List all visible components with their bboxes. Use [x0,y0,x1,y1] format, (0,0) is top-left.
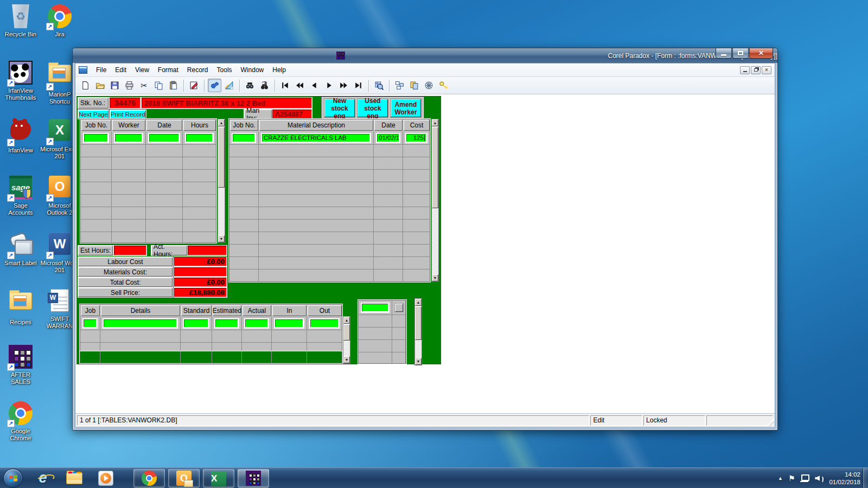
quick-form-icon[interactable] [208,79,221,92]
menu-view[interactable]: View [131,64,154,76]
desktop-icon-after-sales[interactable]: AFTER SALES [1,345,40,386]
web-icon[interactable] [422,79,436,92]
desktop-icon-google-chrome[interactable]: Google Chrome [1,401,40,442]
menu-record[interactable]: Record [183,64,213,76]
stk-no-field[interactable]: 34476 [110,98,141,108]
desktop-icon-smart-label[interactable]: Smart Label [1,232,40,267]
window-titlebar[interactable]: Corel Paradox - [Form : :forms:VANWORK.f… [73,48,777,63]
action-center-flag-icon[interactable]: ⚑ [788,474,795,483]
new-stock-enq-button[interactable]: New stock enq [324,99,355,117]
close-button[interactable]: ✕ [749,48,773,59]
tile-windows-icon[interactable] [393,79,406,92]
menu-format[interactable]: Format [154,64,183,76]
prev-set-icon[interactable] [293,79,307,92]
show-desktop-button[interactable] [863,468,868,488]
desktop-icon-irfanview[interactable]: IrfanView [1,118,40,154]
taskbar-internet-explorer[interactable]: e [29,469,57,487]
last-record-icon[interactable] [352,79,365,92]
description-field[interactable]: 2018 SWIFT BIARRITZ 38 x 12 2 Bed [142,98,312,108]
side-table-scrollbar[interactable]: ▲ ▼ [414,298,422,365]
materials-table-scrollbar[interactable]: ▲ ▼ [431,119,439,282]
maximize-button[interactable] [732,48,749,59]
scroll-up-icon[interactable]: ▲ [432,119,438,126]
taskbar-paradox-active[interactable] [238,469,269,487]
est-hours-field[interactable] [114,246,146,255]
print-record-button[interactable]: Print Record [110,110,146,119]
next-record-icon[interactable] [322,79,336,92]
side-table-input[interactable] [362,304,388,312]
new-icon[interactable] [79,79,92,92]
material-date-input[interactable]: 01/02/18 [377,134,399,142]
next-page-button[interactable]: Next Page [78,110,108,119]
schedule-out-input[interactable] [310,319,339,328]
scrollbar-thumb[interactable] [343,324,350,341]
worker-table-scrollbar[interactable]: ▲ ▼ [218,119,225,243]
schedule-job-input[interactable] [84,319,97,328]
copy-window-icon[interactable] [407,79,421,92]
side-table-checkbox[interactable] [395,304,403,312]
mdi-close-button[interactable]: ✕ [762,66,771,74]
desktop-icon-recipes[interactable]: Recipes [1,288,40,326]
schedule-in-input[interactable] [275,319,303,328]
scroll-up-icon[interactable]: ▲ [218,119,225,126]
save-icon[interactable] [108,79,122,92]
mdi-restore-button[interactable] [751,66,761,74]
print-icon[interactable] [123,79,136,92]
material-description-input[interactable]: CRAZZE ELECTRICALS LAB [262,134,370,142]
schedule-standard-input[interactable] [184,319,208,328]
desktop-icon-recycle-bin[interactable]: Recycle Bin [1,4,40,38]
worker-date-input[interactable] [149,134,179,142]
scrollbar-thumb[interactable] [415,306,422,340]
expert-key-icon[interactable] [437,79,450,92]
start-button[interactable] [3,468,23,488]
copy-icon[interactable] [152,79,165,92]
paste-icon[interactable] [167,79,180,92]
used-stock-enq-button[interactable]: Used stock enq [358,99,388,117]
show-hidden-icons-button[interactable]: ▲ [778,476,783,481]
scrollbar-thumb[interactable] [432,127,438,208]
design-view-icon[interactable] [222,79,236,92]
mdi-child-icon[interactable] [79,66,87,74]
menu-help[interactable]: Help [268,64,290,76]
taskbar-chrome[interactable] [133,469,165,487]
desktop-icon-sage-accounts[interactable]: sage Sage Accounts [1,175,40,216]
menu-edit[interactable]: Edit [111,64,131,76]
menu-tools[interactable]: Tools [213,64,237,76]
first-record-icon[interactable] [278,79,292,92]
taskbar-windows-explorer[interactable] [60,469,88,487]
scroll-down-icon[interactable]: ▼ [343,356,350,363]
open-icon[interactable] [93,79,107,92]
minimize-button[interactable] [716,48,732,59]
material-job-no-input[interactable] [233,134,255,142]
schedule-actual-input[interactable] [245,319,268,328]
prev-record-icon[interactable] [308,79,321,92]
amend-worker-button[interactable]: Amend Worker [391,99,421,117]
next-set-icon[interactable] [337,79,350,92]
form-design-icon[interactable] [187,79,201,92]
menu-file[interactable]: File [92,64,111,76]
desktop-icon-jira[interactable]: Jira [40,4,79,38]
find-replace-icon[interactable]: a [258,79,271,92]
find-icon[interactable] [243,79,257,92]
schedule-estimated-input[interactable] [215,319,238,328]
scroll-down-icon[interactable]: ▼ [432,274,438,281]
scroll-up-icon[interactable]: ▲ [415,299,422,306]
taskbar-clock[interactable]: 14:02 01/02/2018 [829,471,860,486]
scroll-down-icon[interactable]: ▼ [415,358,422,365]
material-cost-input[interactable]: 125 [406,134,426,142]
scroll-up-icon[interactable]: ▲ [343,317,350,324]
scrollbar-thumb[interactable] [218,127,225,188]
network-icon[interactable] [800,474,809,482]
cut-icon[interactable]: ✂ [137,79,151,92]
taskbar-outlook[interactable]: O [168,469,200,487]
taskbar-excel[interactable]: X [203,469,234,487]
man-inv-field[interactable]: A254887 [272,110,312,119]
schedule-table-scrollbar[interactable]: ▲ ▼ [343,316,350,364]
schedule-details-input[interactable] [104,319,177,328]
menu-window[interactable]: Window [237,64,269,76]
scroll-down-icon[interactable]: ▼ [218,235,225,242]
worker-hours-input[interactable] [186,134,213,142]
worker-job-no-input[interactable] [84,134,108,142]
worker-name-input[interactable] [115,134,142,142]
act-hours-field[interactable] [188,246,227,255]
